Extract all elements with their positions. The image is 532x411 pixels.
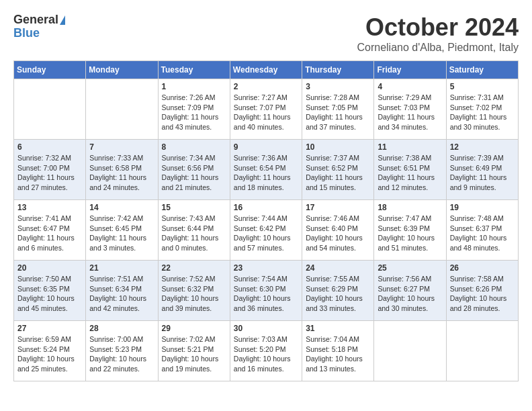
- day-number: 7: [89, 142, 154, 152]
- day-content: Sunrise: 7:28 AM Sunset: 7:05 PM Dayligh…: [306, 93, 370, 132]
- calendar-cell: 24Sunrise: 7:55 AM Sunset: 6:29 PM Dayli…: [302, 261, 374, 321]
- title-block: October 2024 Corneliano d'Alba, Piedmont…: [357, 13, 519, 54]
- header-wednesday: Wednesday: [230, 61, 302, 79]
- day-content: Sunrise: 7:37 AM Sunset: 6:52 PM Dayligh…: [306, 153, 370, 193]
- header-row: Sunday Monday Tuesday Wednesday Thursday…: [14, 61, 519, 79]
- location-text: Corneliano d'Alba, Piedmont, Italy: [357, 42, 519, 54]
- calendar-week-5: 27Sunrise: 6:59 AM Sunset: 5:24 PM Dayli…: [14, 321, 519, 381]
- calendar-cell: 21Sunrise: 7:51 AM Sunset: 6:34 PM Dayli…: [86, 261, 158, 321]
- day-number: 22: [162, 263, 226, 273]
- day-number: 1: [162, 82, 226, 91]
- day-content: Sunrise: 7:36 AM Sunset: 6:54 PM Dayligh…: [234, 153, 298, 193]
- calendar-cell: [446, 321, 518, 381]
- day-number: 8: [162, 142, 226, 152]
- day-number: 20: [17, 263, 82, 273]
- day-content: Sunrise: 7:04 AM Sunset: 5:18 PM Dayligh…: [306, 334, 370, 374]
- day-content: Sunrise: 7:27 AM Sunset: 7:07 PM Dayligh…: [234, 93, 298, 132]
- day-number: 13: [17, 203, 82, 212]
- day-content: Sunrise: 7:02 AM Sunset: 5:21 PM Dayligh…: [162, 334, 226, 374]
- calendar-header: Sunday Monday Tuesday Wednesday Thursday…: [14, 61, 519, 79]
- logo: General Blue: [13, 13, 65, 40]
- day-content: Sunrise: 7:44 AM Sunset: 6:42 PM Dayligh…: [234, 214, 298, 253]
- calendar-cell: 7Sunrise: 7:33 AM Sunset: 6:58 PM Daylig…: [86, 140, 158, 200]
- calendar-cell: 20Sunrise: 7:50 AM Sunset: 6:35 PM Dayli…: [14, 261, 86, 321]
- day-content: Sunrise: 7:51 AM Sunset: 6:34 PM Dayligh…: [89, 274, 154, 314]
- day-number: 11: [378, 142, 442, 152]
- day-number: 6: [17, 142, 82, 152]
- day-content: Sunrise: 7:48 AM Sunset: 6:37 PM Dayligh…: [450, 214, 515, 253]
- calendar-table: Sunday Monday Tuesday Wednesday Thursday…: [13, 60, 519, 381]
- day-number: 14: [89, 203, 154, 212]
- calendar-cell: 1Sunrise: 7:26 AM Sunset: 7:09 PM Daylig…: [158, 79, 230, 140]
- header-saturday: Saturday: [446, 61, 518, 79]
- day-content: Sunrise: 7:03 AM Sunset: 5:20 PM Dayligh…: [234, 334, 298, 374]
- calendar-week-3: 13Sunrise: 7:41 AM Sunset: 6:47 PM Dayli…: [14, 200, 519, 261]
- day-content: Sunrise: 7:43 AM Sunset: 6:44 PM Dayligh…: [162, 214, 226, 253]
- calendar-cell: 29Sunrise: 7:02 AM Sunset: 5:21 PM Dayli…: [158, 321, 230, 381]
- month-title: October 2024: [357, 13, 519, 42]
- day-content: Sunrise: 7:26 AM Sunset: 7:09 PM Dayligh…: [162, 93, 226, 132]
- day-number: 5: [450, 82, 515, 91]
- calendar-cell: 11Sunrise: 7:38 AM Sunset: 6:51 PM Dayli…: [374, 140, 446, 200]
- day-content: Sunrise: 7:54 AM Sunset: 6:30 PM Dayligh…: [234, 274, 298, 314]
- header-friday: Friday: [374, 61, 446, 79]
- day-content: Sunrise: 7:38 AM Sunset: 6:51 PM Dayligh…: [378, 153, 442, 193]
- calendar-cell: 6Sunrise: 7:32 AM Sunset: 7:00 PM Daylig…: [14, 140, 86, 200]
- day-content: Sunrise: 7:55 AM Sunset: 6:29 PM Dayligh…: [306, 274, 370, 314]
- calendar-cell: [374, 321, 446, 381]
- calendar-cell: 2Sunrise: 7:27 AM Sunset: 7:07 PM Daylig…: [230, 79, 302, 140]
- day-content: Sunrise: 7:46 AM Sunset: 6:40 PM Dayligh…: [306, 214, 370, 253]
- calendar-cell: 25Sunrise: 7:56 AM Sunset: 6:27 PM Dayli…: [374, 261, 446, 321]
- header-tuesday: Tuesday: [158, 61, 230, 79]
- calendar-cell: 12Sunrise: 7:39 AM Sunset: 6:49 PM Dayli…: [446, 140, 518, 200]
- day-number: 17: [306, 203, 370, 212]
- calendar-cell: 28Sunrise: 7:00 AM Sunset: 5:23 PM Dayli…: [86, 321, 158, 381]
- day-number: 30: [234, 324, 298, 333]
- day-content: Sunrise: 7:50 AM Sunset: 6:35 PM Dayligh…: [17, 274, 82, 314]
- header-monday: Monday: [86, 61, 158, 79]
- day-number: 23: [234, 263, 298, 273]
- day-content: Sunrise: 7:42 AM Sunset: 6:45 PM Dayligh…: [89, 214, 154, 253]
- calendar-cell: 26Sunrise: 7:58 AM Sunset: 6:26 PM Dayli…: [446, 261, 518, 321]
- day-content: Sunrise: 7:34 AM Sunset: 6:56 PM Dayligh…: [162, 153, 226, 193]
- calendar-week-4: 20Sunrise: 7:50 AM Sunset: 6:35 PM Dayli…: [14, 261, 519, 321]
- calendar-cell: 15Sunrise: 7:43 AM Sunset: 6:44 PM Dayli…: [158, 200, 230, 261]
- day-number: 24: [306, 263, 370, 273]
- calendar-cell: 17Sunrise: 7:46 AM Sunset: 6:40 PM Dayli…: [302, 200, 374, 261]
- day-content: Sunrise: 7:32 AM Sunset: 7:00 PM Dayligh…: [17, 153, 82, 193]
- day-content: Sunrise: 7:52 AM Sunset: 6:32 PM Dayligh…: [162, 274, 226, 314]
- day-content: Sunrise: 7:47 AM Sunset: 6:39 PM Dayligh…: [378, 214, 442, 253]
- day-number: 27: [17, 324, 82, 333]
- calendar-cell: 30Sunrise: 7:03 AM Sunset: 5:20 PM Dayli…: [230, 321, 302, 381]
- day-number: 19: [450, 203, 515, 212]
- day-number: 29: [162, 324, 226, 333]
- day-content: Sunrise: 7:58 AM Sunset: 6:26 PM Dayligh…: [450, 274, 515, 314]
- day-content: Sunrise: 7:41 AM Sunset: 6:47 PM Dayligh…: [17, 214, 82, 253]
- day-content: Sunrise: 7:33 AM Sunset: 6:58 PM Dayligh…: [89, 153, 154, 193]
- logo-triangle-icon: [60, 15, 65, 25]
- logo-blue-text: Blue: [13, 27, 65, 40]
- calendar-cell: [86, 79, 158, 140]
- calendar-cell: 4Sunrise: 7:29 AM Sunset: 7:03 PM Daylig…: [374, 79, 446, 140]
- day-content: Sunrise: 7:31 AM Sunset: 7:02 PM Dayligh…: [450, 93, 515, 132]
- calendar-cell: 3Sunrise: 7:28 AM Sunset: 7:05 PM Daylig…: [302, 79, 374, 140]
- page-header: General Blue October 2024 Corneliano d'A…: [13, 13, 519, 54]
- calendar-cell: 22Sunrise: 7:52 AM Sunset: 6:32 PM Dayli…: [158, 261, 230, 321]
- day-number: 18: [378, 203, 442, 212]
- calendar-cell: 23Sunrise: 7:54 AM Sunset: 6:30 PM Dayli…: [230, 261, 302, 321]
- calendar-cell: 31Sunrise: 7:04 AM Sunset: 5:18 PM Dayli…: [302, 321, 374, 381]
- calendar-week-1: 1Sunrise: 7:26 AM Sunset: 7:09 PM Daylig…: [14, 79, 519, 140]
- day-content: Sunrise: 6:59 AM Sunset: 5:24 PM Dayligh…: [17, 334, 82, 374]
- day-content: Sunrise: 7:29 AM Sunset: 7:03 PM Dayligh…: [378, 93, 442, 132]
- day-number: 31: [306, 324, 370, 333]
- calendar-cell: 14Sunrise: 7:42 AM Sunset: 6:45 PM Dayli…: [86, 200, 158, 261]
- calendar-cell: 27Sunrise: 6:59 AM Sunset: 5:24 PM Dayli…: [14, 321, 86, 381]
- day-number: 3: [306, 82, 370, 91]
- day-number: 28: [89, 324, 154, 333]
- day-number: 10: [306, 142, 370, 152]
- day-number: 4: [378, 82, 442, 91]
- day-content: Sunrise: 7:00 AM Sunset: 5:23 PM Dayligh…: [89, 334, 154, 374]
- calendar-cell: 13Sunrise: 7:41 AM Sunset: 6:47 PM Dayli…: [14, 200, 86, 261]
- day-content: Sunrise: 7:39 AM Sunset: 6:49 PM Dayligh…: [450, 153, 515, 193]
- day-number: 2: [234, 82, 298, 91]
